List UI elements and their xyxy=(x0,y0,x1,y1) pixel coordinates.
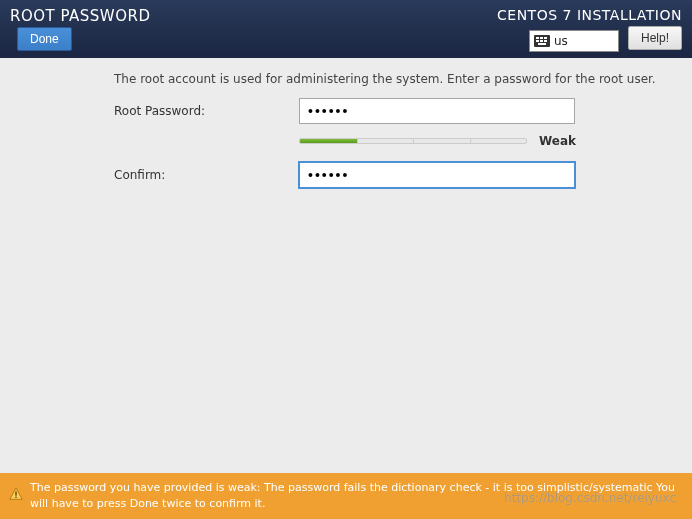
confirm-password-input[interactable] xyxy=(299,162,575,188)
keyboard-layout-label: us xyxy=(554,34,568,48)
keyboard-layout-selector[interactable]: us xyxy=(529,30,619,52)
svg-rect-1 xyxy=(15,497,16,498)
root-password-row: Root Password: xyxy=(114,98,692,124)
confirm-password-row: Confirm: xyxy=(114,162,692,188)
svg-rect-0 xyxy=(15,492,16,496)
help-button[interactable]: Help! xyxy=(628,26,682,50)
done-button[interactable]: Done xyxy=(17,27,72,51)
password-strength-row: Weak xyxy=(299,134,692,148)
instruction-text: The root account is used for administeri… xyxy=(114,72,692,86)
confirm-password-label: Confirm: xyxy=(114,168,299,182)
password-strength-fill xyxy=(300,139,357,143)
warning-triangle-icon xyxy=(9,487,23,501)
warning-text: The password you have provided is weak: … xyxy=(30,480,680,512)
warning-bar: The password you have provided is weak: … xyxy=(0,473,692,519)
keyboard-icon xyxy=(534,35,550,47)
root-password-input[interactable] xyxy=(299,98,575,124)
root-password-label: Root Password: xyxy=(114,104,299,118)
page-title: ROOT PASSWORD xyxy=(10,7,150,25)
installer-title: CENTOS 7 INSTALLATION xyxy=(497,7,682,23)
password-strength-label: Weak xyxy=(539,134,576,148)
content-area: The root account is used for administeri… xyxy=(0,58,692,188)
header-bar: ROOT PASSWORD CENTOS 7 INSTALLATION Done… xyxy=(0,0,692,58)
password-strength-meter xyxy=(299,138,527,144)
